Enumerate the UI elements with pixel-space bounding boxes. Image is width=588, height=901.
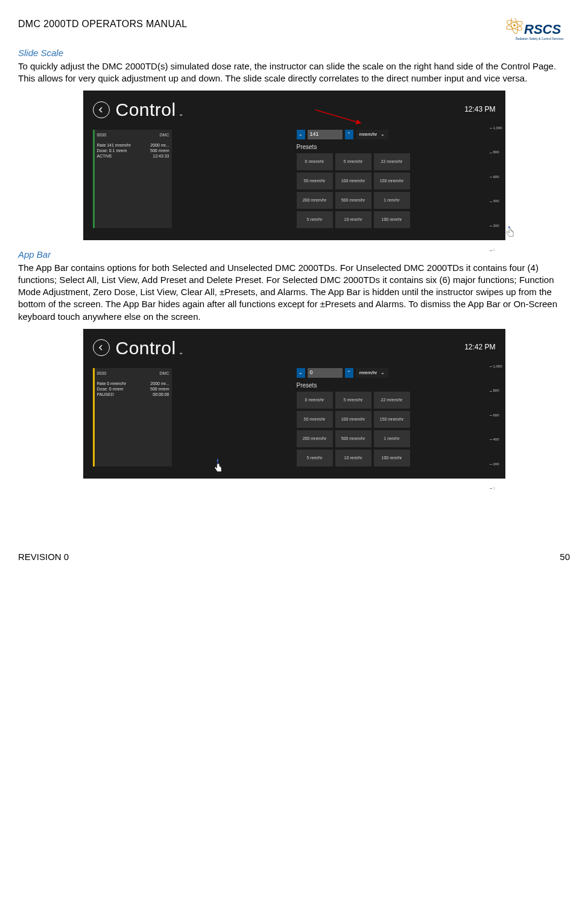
rate-up-button[interactable]: ⌃ [345,368,353,378]
rate-up-button[interactable]: ⌃ [345,130,353,139]
preset-button[interactable]: 100 rem/hr [374,450,410,466]
section-title-slide-scale: Slide Scale [18,47,570,59]
section-title-app-bar: App Bar [18,249,570,261]
logo-sub: Radiation Safety & Control Services [516,37,564,40]
preset-button[interactable]: 500 mrem/hr [335,192,371,209]
preset-button[interactable]: 5 mrem/hr [335,392,371,409]
screenshot-app-bar: Control⌄ 12:42 PM 0030DMC Rate 0 mrem/hr… [83,329,505,479]
preset-button[interactable]: 500 mrem/hr [335,430,371,447]
preset-button[interactable]: 5 mrem/hr [335,153,371,170]
back-icon[interactable] [93,101,110,118]
device-tile[interactable]: 0030DMC Rate 0 mrem/hr2000 mr... Dose: 0… [93,368,172,466]
logo-text: RSCS [524,22,561,37]
rate-input[interactable]: 0 [308,368,343,378]
revision-label: REVISION 0 [18,551,69,563]
preset-grid: 0 mrem/hr 5 mrem/hr 22 mrem/hr 50 mrem/h… [297,392,496,466]
preset-button[interactable]: 150 mrem/hr [374,411,410,428]
doc-title: DMC 2000TD OPERATORS MANUAL [18,18,187,31]
preset-button[interactable]: 22 mrem/hr [374,153,410,170]
presets-label: Presets [297,381,496,389]
preset-button[interactable]: 22 mrem/hr [374,392,410,409]
page-number: 50 [560,551,570,563]
svg-line-4 [315,110,361,123]
preset-button[interactable]: 150 mrem/hr [374,173,410,189]
device-tile[interactable]: 0030DMC Rate 141 mrem/hr2000 mr... Dose:… [93,130,172,228]
logo: RSCS Radiation Safety & Control Services [504,18,570,43]
preset-button[interactable]: 50 mrem/hr [297,411,333,428]
back-icon[interactable] [93,339,110,356]
preset-button[interactable]: 0 mrem/hr [297,153,333,170]
slide-scale[interactable]: 1,000 800 600 400 200 0 [490,365,514,491]
preset-button[interactable]: 10 rem/hr [335,211,371,228]
red-arrow-icon [312,109,367,127]
preset-button[interactable]: 100 mrem/hr [335,411,371,428]
page-title: Control⌄ [116,336,184,360]
clock: 12:42 PM [464,343,495,352]
preset-button[interactable]: 200 mrem/hr [297,192,333,209]
preset-button[interactable]: 0 mrem/hr [297,392,333,409]
page-title: Control⌄ [116,98,184,121]
preset-button[interactable]: 10 rem/hr [335,450,371,466]
chevron-down-icon[interactable]: ⌄ [179,349,184,355]
hand-swipe-icon [210,458,227,475]
screenshot-slide-scale: Control⌄ 12:43 PM 0030DMC Rate 141 mrem/… [83,91,505,240]
app-bar-body: The App Bar contains options for both Se… [18,262,570,323]
preset-button[interactable]: 1 rem/hr [374,192,410,209]
clock: 12:43 PM [464,105,495,115]
preset-button[interactable]: 50 mrem/hr [297,173,333,189]
chevron-down-icon[interactable]: ⌄ [179,110,184,117]
rate-down-button[interactable]: ⌄ [297,130,305,139]
preset-grid: 0 mrem/hr 5 mrem/hr 22 mrem/hr 50 mrem/h… [297,153,496,228]
preset-button[interactable]: 100 mrem/hr [335,173,371,189]
preset-button[interactable]: 200 mrem/hr [297,430,333,447]
preset-button[interactable]: 5 rem/hr [297,211,333,228]
preset-button[interactable]: 1 rem/hr [374,430,410,447]
unit-select[interactable]: mrem/hr⌄ [356,368,389,378]
presets-label: Presets [297,143,496,151]
preset-button[interactable]: 100 rem/hr [374,211,410,228]
svg-point-3 [513,24,516,27]
rate-input[interactable]: 141 [308,130,343,139]
unit-select[interactable]: mrem/hr⌄ [356,130,389,139]
slide-scale-body: To quickly adjust the DMC 2000TD(s) simu… [18,60,570,85]
preset-button[interactable]: 5 rem/hr [297,450,333,466]
rate-down-button[interactable]: ⌄ [297,368,305,378]
hand-pointer-icon [504,226,517,240]
